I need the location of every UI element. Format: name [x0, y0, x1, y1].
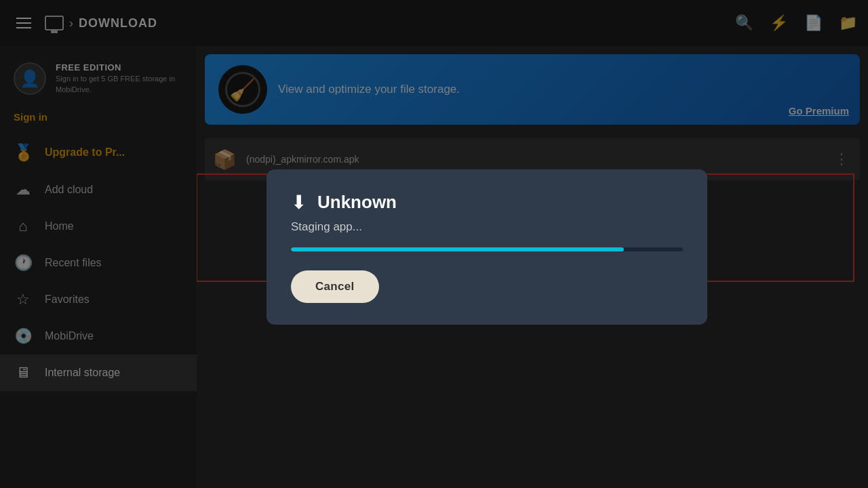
dialog-title-row: ⬇ Unknown	[291, 191, 683, 214]
progress-bar-background	[291, 247, 683, 251]
download-icon: ⬇	[291, 191, 307, 214]
download-dialog: ⬇ Unknown Staging app... Cancel	[267, 169, 707, 325]
dialog-subtitle: Staging app...	[291, 220, 683, 234]
progress-bar-fill	[291, 247, 624, 251]
cancel-button[interactable]: Cancel	[291, 270, 379, 303]
dialog-title: Unknown	[317, 192, 397, 213]
